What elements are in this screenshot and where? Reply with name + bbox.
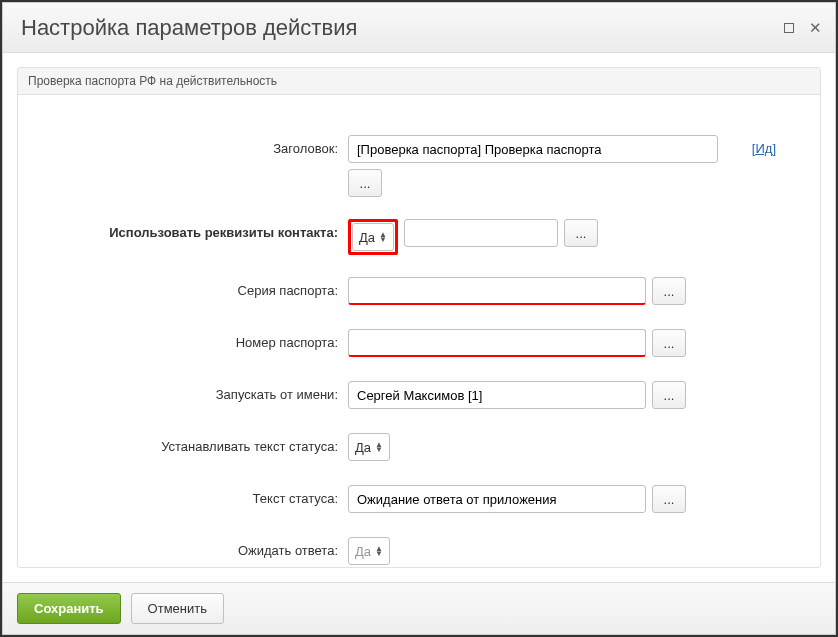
status-text-ellipsis-button[interactable]: ... xyxy=(652,485,686,513)
control-set-status-text: Да ▲▼ xyxy=(348,433,800,461)
settings-panel: Проверка паспорта РФ на действительность… xyxy=(17,67,821,568)
label-wait-response: Ожидать ответа: xyxy=(38,537,348,558)
row-wait-response: Ожидать ответа: Да ▲▼ xyxy=(38,537,800,567)
row-run-as: Запускать от имени: ... xyxy=(38,381,800,411)
use-contact-req-value: Да xyxy=(359,230,375,245)
dialog-window: Настройка параметров действия ✕ Проверка… xyxy=(2,2,836,635)
panel-body: Заголовок: ... [Ид] Использовать реквизи… xyxy=(18,95,820,568)
highlight-use-contact-req: Да ▲▼ xyxy=(348,219,398,255)
select-arrows-icon: ▲▼ xyxy=(375,546,383,556)
control-passport-series: ... xyxy=(348,277,800,305)
control-passport-number: ... xyxy=(348,329,800,357)
save-button[interactable]: Сохранить xyxy=(17,593,121,624)
row-set-status-text: Устанавливать текст статуса: Да ▲▼ xyxy=(38,433,800,463)
dialog-body: Проверка паспорта РФ на действительность… xyxy=(3,53,835,582)
row-use-contact-req: Использовать реквизиты контакта: Да ▲▼ .… xyxy=(38,219,800,255)
cancel-button[interactable]: Отменить xyxy=(131,593,224,624)
header-controls: ✕ xyxy=(783,22,821,34)
use-contact-req-input[interactable] xyxy=(404,219,558,247)
passport-number-input[interactable] xyxy=(348,329,646,357)
label-header: Заголовок: xyxy=(38,135,348,156)
set-status-text-value: Да xyxy=(355,440,371,455)
status-text-input[interactable] xyxy=(348,485,646,513)
id-link-text: Ид xyxy=(755,141,772,156)
dialog-footer: Сохранить Отменить xyxy=(3,582,835,634)
maximize-icon[interactable] xyxy=(783,22,795,34)
run-as-ellipsis-button[interactable]: ... xyxy=(652,381,686,409)
passport-series-ellipsis-button[interactable]: ... xyxy=(652,277,686,305)
wait-response-select[interactable]: Да ▲▼ xyxy=(348,537,390,565)
passport-number-ellipsis-button[interactable]: ... xyxy=(652,329,686,357)
header-input[interactable] xyxy=(348,135,718,163)
run-as-input[interactable] xyxy=(348,381,646,409)
row-status-text: Текст статуса: ... xyxy=(38,485,800,515)
row-passport-number: Номер паспорта: ... xyxy=(38,329,800,359)
select-arrows-icon: ▲▼ xyxy=(379,232,387,242)
id-link[interactable]: [Ид] xyxy=(752,135,776,156)
select-arrows-icon: ▲▼ xyxy=(375,442,383,452)
panel-title: Проверка паспорта РФ на действительность xyxy=(18,68,820,95)
id-link-bracket-close: ] xyxy=(772,141,776,156)
use-contact-req-ellipsis-button[interactable]: ... xyxy=(564,219,598,247)
control-wait-response: Да ▲▼ xyxy=(348,537,800,565)
close-icon[interactable]: ✕ xyxy=(809,22,821,34)
set-status-text-select[interactable]: Да ▲▼ xyxy=(348,433,390,461)
header-ellipsis-button[interactable]: ... xyxy=(348,169,382,197)
use-contact-req-select[interactable]: Да ▲▼ xyxy=(352,223,394,251)
label-set-status-text: Устанавливать текст статуса: xyxy=(38,433,348,454)
control-status-text: ... xyxy=(348,485,800,513)
control-run-as: ... xyxy=(348,381,800,409)
label-run-as: Запускать от имени: xyxy=(38,381,348,402)
label-use-contact-req: Использовать реквизиты контакта: xyxy=(38,219,348,240)
label-status-text: Текст статуса: xyxy=(38,485,348,506)
label-passport-series: Серия паспорта: xyxy=(38,277,348,298)
control-header: ... xyxy=(348,135,752,197)
label-passport-number: Номер паспорта: xyxy=(38,329,348,350)
wait-response-value: Да xyxy=(355,544,371,559)
dialog-header: Настройка параметров действия ✕ xyxy=(3,3,835,53)
passport-series-input[interactable] xyxy=(348,277,646,305)
control-use-contact-req: Да ▲▼ ... xyxy=(348,219,800,255)
dialog-title: Настройка параметров действия xyxy=(21,15,357,41)
row-passport-series: Серия паспорта: ... xyxy=(38,277,800,307)
row-header: Заголовок: ... [Ид] xyxy=(38,135,800,197)
